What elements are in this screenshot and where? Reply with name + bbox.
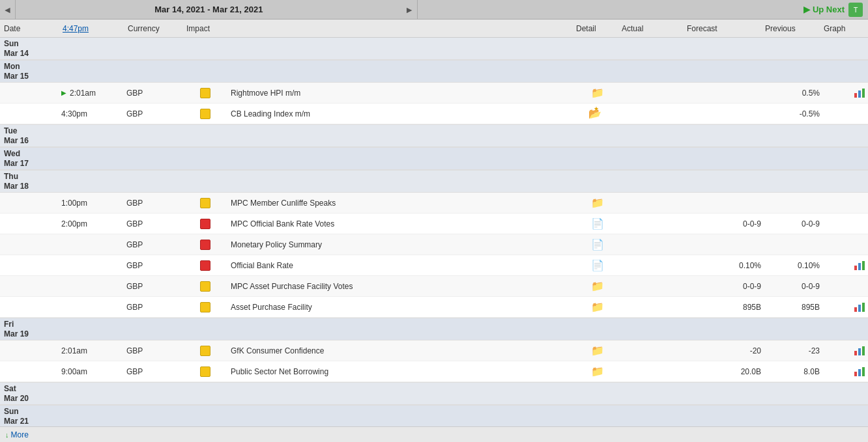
svg-rect-0 <box>854 93 857 98</box>
event-time-cell: 2:00pm <box>59 219 124 228</box>
event-name-cell[interactable]: GfK Consumer Confidence <box>228 346 575 355</box>
col-currency: Currency <box>125 24 184 33</box>
day-header-fri: Fri Mar 19 <box>0 318 868 340</box>
event-name-cell[interactable]: MPC Member Cunliffe Speaks <box>228 199 575 208</box>
event-currency-cell: GBP <box>124 219 182 228</box>
svg-rect-4 <box>858 263 861 270</box>
table-row[interactable]: 2:01am GBP GfK Consumer Confidence 📁 -20… <box>0 340 868 361</box>
more-label: More <box>11 430 29 439</box>
impact-yellow-icon <box>200 281 210 292</box>
bottom-bar: ↓ More <box>0 426 868 442</box>
table-row[interactable]: 2:00pm GBP MPC Official Bank Rate Votes … <box>0 214 868 234</box>
event-name-cell[interactable]: CB Leading Index m/m <box>228 109 575 118</box>
event-previous-cell: 0.5% <box>764 89 822 98</box>
event-impact-cell <box>182 109 228 119</box>
live-indicator: ▶ <box>61 89 66 96</box>
table-row[interactable]: 1:00pm GBP MPC Member Cunliffe Speaks 📁 <box>0 193 868 214</box>
svg-rect-7 <box>858 305 861 312</box>
svg-rect-1 <box>858 90 861 98</box>
prev-week-button[interactable]: ◄ <box>0 0 16 20</box>
impact-red-icon <box>200 219 210 229</box>
more-arrow-icon: ↓ <box>5 431 9 439</box>
filter-button[interactable]: T <box>848 3 863 17</box>
event-folder-cell[interactable]: 📁 <box>575 365 620 378</box>
table-row[interactable]: GBP MPC Asset Purchase Facility Votes 📁 … <box>0 276 868 297</box>
event-name-cell[interactable]: Official Bank Rate <box>228 261 575 270</box>
day-header-sun: Sun Mar 21 <box>0 406 868 428</box>
table-row[interactable]: 4:30pm GBP CB Leading Index m/m 📂★ -0.5% <box>0 104 868 124</box>
event-forecast-cell: 0-0-9 <box>686 282 764 291</box>
graph-cell[interactable] <box>822 366 868 377</box>
svg-rect-5 <box>862 261 865 270</box>
day-section-sun: Sun Mar 21 <box>0 406 868 428</box>
impact-yellow-icon <box>200 109 210 119</box>
event-name-cell[interactable]: Rightmove HPI m/m <box>228 89 575 98</box>
event-time-cell: 4:30pm <box>59 109 124 118</box>
impact-yellow-icon <box>200 198 210 208</box>
graph-cell[interactable] <box>822 260 868 271</box>
day-section-mon: Mon Mar 15 ▶2:01am GBP Rightmove HPI m/m… <box>0 61 868 125</box>
event-currency-cell: GBP <box>124 367 182 376</box>
day-section-tue: Tue Mar 16 <box>0 125 868 148</box>
day-header-sat: Sat Mar 20 <box>0 383 868 405</box>
event-impact-cell <box>182 260 228 271</box>
event-name-cell[interactable]: MPC Official Bank Rate Votes <box>228 219 575 228</box>
up-next-area: ▶ Up Next T <box>803 3 868 17</box>
svg-rect-3 <box>854 266 857 270</box>
graph-cell[interactable] <box>822 88 868 98</box>
date-range-label: Mar 14, 2021 - Mar 21, 2021 <box>16 5 402 14</box>
event-folder-cell[interactable]: 📁 <box>575 87 620 99</box>
impact-yellow-icon <box>200 302 210 312</box>
event-folder-cell[interactable]: 📄 <box>575 217 620 230</box>
day-label: Sun Mar 14 <box>0 39 59 58</box>
event-previous-cell: 0.10% <box>764 261 822 270</box>
event-name-cell[interactable]: Monetary Policy Summary <box>228 240 575 249</box>
graph-cell[interactable] <box>822 302 868 312</box>
col-time[interactable]: 4:47pm <box>60 24 125 33</box>
event-previous-cell: 8.0B <box>764 367 822 376</box>
svg-rect-10 <box>858 348 861 355</box>
event-currency-cell: GBP <box>124 346 182 355</box>
event-forecast-cell: 20.0B <box>686 367 764 376</box>
svg-rect-11 <box>862 346 865 355</box>
col-date: Date <box>1 24 60 33</box>
event-folder-cell[interactable]: 📂★ <box>575 107 620 120</box>
event-name-cell[interactable]: Asset Purchase Facility <box>228 303 575 312</box>
impact-red-icon <box>200 240 210 250</box>
col-impact: Impact <box>184 24 229 33</box>
event-name-cell[interactable]: Public Sector Net Borrowing <box>228 367 575 376</box>
day-header-wed: Wed Mar 17 <box>0 148 868 170</box>
svg-rect-9 <box>854 351 857 355</box>
table-row[interactable]: GBP Monetary Policy Summary 📄 <box>0 234 868 255</box>
next-week-button[interactable]: ► <box>402 0 418 20</box>
graph-cell[interactable] <box>822 346 868 356</box>
event-folder-cell[interactable]: 📄 <box>575 259 620 271</box>
table-row[interactable]: GBP Asset Purchase Facility 📁 895B 895B <box>0 297 868 318</box>
more-link[interactable]: ↓ More <box>5 430 29 439</box>
event-folder-cell[interactable]: 📁 <box>575 344 620 357</box>
day-label: Fri Mar 19 <box>0 320 59 338</box>
event-name-cell[interactable]: MPC Asset Purchase Facility Votes <box>228 282 575 291</box>
event-forecast-cell: -20 <box>686 346 764 355</box>
day-label: Sun Mar 21 <box>0 407 59 426</box>
table-row[interactable]: 9:00am GBP Public Sector Net Borrowing 📁… <box>0 361 868 382</box>
col-previous: Previous <box>762 24 821 33</box>
table-row[interactable]: GBP Official Bank Rate 📄 0.10% 0.10% <box>0 255 868 276</box>
event-impact-cell <box>182 88 228 98</box>
event-folder-cell[interactable]: 📁 <box>575 301 620 313</box>
event-currency-cell: GBP <box>124 109 182 118</box>
event-previous-cell: 895B <box>764 303 822 312</box>
up-next-label[interactable]: ▶ Up Next <box>803 5 845 14</box>
table-row[interactable]: ▶2:01am GBP Rightmove HPI m/m 📁 0.5% <box>0 83 868 104</box>
event-time-cell: 2:01am <box>59 346 124 355</box>
impact-yellow-icon <box>200 366 210 377</box>
event-impact-cell <box>182 302 228 312</box>
svg-rect-12 <box>854 372 857 376</box>
top-navigation-bar: ◄ Mar 14, 2021 - Mar 21, 2021 ► ▶ Up Nex… <box>0 0 868 20</box>
col-forecast: Forecast <box>684 24 762 33</box>
event-impact-cell <box>182 198 228 208</box>
day-header-tue: Tue Mar 16 <box>0 125 868 147</box>
event-folder-cell[interactable]: 📄 <box>575 238 620 251</box>
event-folder-cell[interactable]: 📁 <box>575 280 620 292</box>
event-folder-cell[interactable]: 📁 <box>575 197 620 209</box>
